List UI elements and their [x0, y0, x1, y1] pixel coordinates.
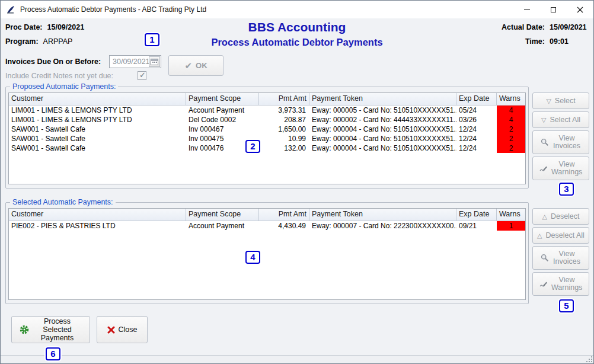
- table-row[interactable]: SAW001 - Sawtell Cafe Inv 000467 1,650.0…: [9, 124, 525, 134]
- actual-date-value: 15/09/2021: [550, 23, 587, 31]
- red-x-icon: [107, 326, 115, 334]
- cell-amount: 10.99: [259, 134, 309, 143]
- proposed-group-label: Proposed Automatic Payments:: [10, 82, 118, 91]
- titlebar[interactable]: Process Automatic Debtor Payments - ABC …: [1, 1, 593, 18]
- select-all-arrow-icon: ▽: [541, 116, 546, 124]
- col-header-pmt-amt[interactable]: Pmt Amt: [259, 209, 309, 221]
- col-header-pmt-amt[interactable]: Pmt Amt: [259, 93, 309, 105]
- col-header-customer[interactable]: Customer: [9, 209, 186, 221]
- proposed-payments-table: Customer Payment Scope Pmt Amt Payment T…: [8, 92, 526, 184]
- select-button-label: Select: [555, 97, 576, 105]
- cell-scope: Account Payment: [186, 221, 259, 231]
- annotation-3: 3: [559, 183, 574, 196]
- time-label: Time:: [525, 37, 545, 46]
- col-header-exp-date[interactable]: Exp Date: [456, 93, 497, 105]
- selected-group-label: Selected Automatic Payments:: [10, 198, 116, 206]
- screen-heading: Process Automatic Debtor Payments: [1, 37, 593, 48]
- cell-customer: PIE002 - PIES & PASTRIES LTD: [9, 221, 186, 231]
- cell-token: Eway: 000002 - Card No: 444433XXXXXX11..…: [309, 115, 456, 124]
- view-invoices-button[interactable]: View Invoices: [532, 130, 589, 154]
- ok-button[interactable]: ✔ OK: [168, 55, 223, 76]
- resize-grip[interactable]: [585, 355, 593, 363]
- cell-customer: SAW001 - Sawtell Cafe: [9, 134, 186, 143]
- col-header-payment-token[interactable]: Payment Token: [309, 93, 456, 105]
- cell-scope: Inv 000467: [186, 124, 259, 134]
- credit-notes-checkbox[interactable]: [138, 71, 146, 80]
- selected-payments-table: Customer Payment Scope Pmt Amt Payment T…: [8, 208, 526, 300]
- cell-token: Eway: 000004 - Card No: 510510XXXXXX51..…: [309, 143, 456, 153]
- select-all-button[interactable]: ▽ Select All: [532, 111, 589, 128]
- calendar-icon: [151, 58, 158, 65]
- cell-scope: Del Code 0002: [186, 115, 259, 124]
- annotation-1: 1: [145, 33, 159, 46]
- cell-exp: 12/24: [456, 134, 497, 143]
- proposed-table-header: Customer Payment Scope Pmt Amt Payment T…: [9, 93, 525, 106]
- due-date-input[interactable]: 30/09/2021: [109, 55, 161, 68]
- select-arrow-icon: ▽: [546, 97, 551, 105]
- cell-amount: 1,650.00: [259, 124, 309, 134]
- cell-warns: 2: [497, 134, 525, 143]
- cell-warns: 4: [497, 106, 525, 115]
- gear-icon: [20, 325, 29, 334]
- table-row[interactable]: PIE002 - PIES & PASTRIES LTD Account Pay…: [9, 221, 525, 231]
- table-row[interactable]: SAW001 - Sawtell Cafe Inv 000476 132.00 …: [9, 143, 525, 153]
- cell-token: Eway: 000005 - Card No: 510510XXXXXX51..…: [309, 106, 456, 115]
- cell-exp: 09/21: [456, 221, 497, 231]
- table-row[interactable]: LIM001 - LIMES & LEMONS PTY LTD Del Code…: [9, 115, 525, 124]
- magnifier-icon: [541, 254, 549, 262]
- cell-amount: 132.00: [259, 143, 309, 153]
- deselect-all-button[interactable]: △ Deselect All: [532, 227, 589, 244]
- calendar-picker-button[interactable]: [149, 56, 160, 67]
- col-header-customer[interactable]: Customer: [9, 93, 186, 105]
- deselect-button-label: Deselect: [551, 213, 580, 221]
- select-button[interactable]: ▽ Select: [532, 92, 589, 109]
- view-warnings-label: View Warnings: [551, 161, 582, 176]
- actual-date-label: Actual Date:: [502, 23, 545, 31]
- col-header-exp-date[interactable]: Exp Date: [456, 209, 497, 221]
- col-header-warns[interactable]: Warns: [497, 93, 525, 105]
- col-header-payment-scope[interactable]: Payment Scope: [186, 209, 259, 221]
- close-window-button[interactable]: [567, 1, 593, 18]
- cell-amount: 3,973.31: [259, 106, 309, 115]
- annotation-4: 4: [245, 251, 260, 264]
- cell-exp: 03/26: [456, 115, 497, 124]
- col-header-payment-scope[interactable]: Payment Scope: [186, 93, 259, 105]
- app-window: Process Automatic Debtor Payments - ABC …: [0, 0, 594, 364]
- time-row: Time: 09:01: [525, 37, 587, 46]
- annotation-2: 2: [245, 140, 260, 153]
- due-date-value: 30/09/2021: [113, 58, 150, 66]
- view-invoices-label: View Invoices: [553, 250, 581, 266]
- col-header-payment-token[interactable]: Payment Token: [309, 209, 456, 221]
- status-bar: [1, 355, 593, 363]
- close-icon: [577, 7, 583, 13]
- view-warnings-label: View Warnings: [551, 276, 582, 292]
- table-row[interactable]: SAW001 - Sawtell Cafe Inv 000475 10.99 E…: [9, 134, 525, 143]
- minimize-button[interactable]: [513, 1, 540, 18]
- close-button[interactable]: Close: [97, 316, 148, 343]
- deselect-arrow-icon: △: [542, 213, 547, 221]
- deselect-button[interactable]: △ Deselect: [532, 208, 589, 225]
- view-warnings-button[interactable]: View Warnings: [532, 157, 589, 180]
- close-button-label: Close: [119, 325, 138, 334]
- cell-token: Eway: 000007 - Card No: 222300XXXXXX00..…: [309, 221, 456, 231]
- process-selected-payments-button[interactable]: Process Selected Payments: [11, 316, 90, 343]
- view-warnings-button-selected[interactable]: View Warnings: [532, 272, 589, 296]
- ok-button-label: OK: [196, 61, 207, 70]
- pen-warning-icon: [539, 164, 548, 173]
- cell-scope: Account Payment: [186, 106, 259, 115]
- cell-warns: 2: [497, 143, 525, 153]
- view-invoices-button-selected[interactable]: View Invoices: [532, 246, 589, 270]
- view-invoices-label: View Invoices: [553, 135, 581, 150]
- cell-warns: 4: [497, 115, 525, 124]
- col-header-warns[interactable]: Warns: [497, 209, 525, 221]
- cell-customer: LIM001 - LIMES & LEMONS PTY LTD: [9, 115, 186, 124]
- cell-exp: 12/24: [456, 143, 497, 153]
- pen-warning-icon: [539, 280, 548, 288]
- cell-exp: 05/24: [456, 106, 497, 115]
- main-content: Proc Date: 15/09/2021 Program: ARPPAP BB…: [1, 18, 593, 363]
- maximize-button[interactable]: [540, 1, 567, 18]
- cell-warns: 1: [497, 221, 525, 231]
- maximize-icon: [551, 7, 556, 12]
- annotation-6: 6: [46, 347, 60, 360]
- table-row[interactable]: LIM001 - LIMES & LEMONS PTY LTD Account …: [9, 106, 525, 115]
